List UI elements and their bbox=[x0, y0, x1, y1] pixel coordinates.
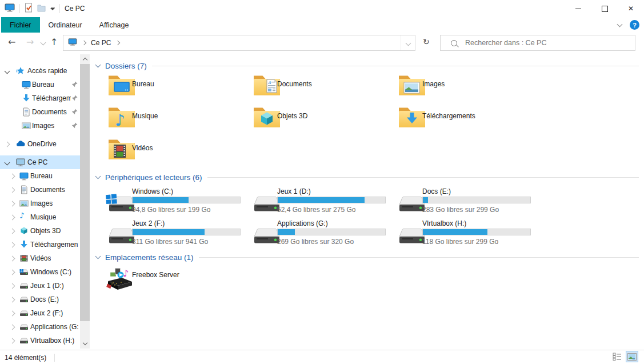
tab-fichier[interactable]: Fichier bbox=[1, 17, 40, 33]
expander-chevron-icon[interactable] bbox=[10, 325, 15, 330]
refresh-button[interactable]: ↻ bbox=[423, 38, 430, 46]
search-box[interactable]: Rechercher dans : Ce PC bbox=[440, 35, 635, 51]
sidebar-item-videos[interactable]: Vidéos bbox=[0, 251, 80, 265]
sidebar-item-musique[interactable]: ♪ Musique bbox=[0, 210, 80, 224]
sidebar-item-documents-qa[interactable]: Documents bbox=[0, 105, 80, 119]
sidebar-item-objets-3d[interactable]: Objets 3D bbox=[0, 224, 80, 238]
drive-free-space: 118 Go libres sur 299 Go bbox=[422, 238, 498, 246]
collapse-chevron-icon[interactable] bbox=[95, 254, 101, 259]
scroll-down-arrow-icon[interactable] bbox=[80, 339, 90, 349]
folder-tile-images[interactable]: Images bbox=[395, 73, 535, 102]
sidebar-item-jeux-2-f[interactable]: Jeux 2 (F:) bbox=[0, 306, 80, 320]
folder-name: Objets 3D bbox=[277, 112, 307, 120]
expander-chevron-icon[interactable] bbox=[10, 229, 15, 234]
folder-tile-documents[interactable]: A Documents bbox=[250, 73, 390, 102]
minimize-button[interactable] bbox=[565, 0, 591, 17]
sidebar-item-documents[interactable]: Documents bbox=[0, 183, 80, 197]
drive-tile-windows-c[interactable]: Windows (C:) 94,8 Go libres sur 199 Go bbox=[105, 186, 245, 215]
back-button[interactable]: ← bbox=[8, 38, 15, 47]
drive-tile-virtualbox-h[interactable]: VIrtualbox (H:) 118 Go libres sur 299 Go bbox=[395, 218, 535, 247]
sidebar-item-docs-e[interactable]: Docs (E:) bbox=[0, 293, 80, 306]
collapse-chevron-icon[interactable] bbox=[95, 62, 101, 68]
disk-usage-bar bbox=[422, 197, 531, 203]
group-header-dossiers[interactable]: Dossiers (7) bbox=[96, 61, 639, 71]
maximize-button[interactable] bbox=[591, 0, 618, 17]
folder-tile-musique[interactable]: ♪ Musique bbox=[105, 105, 245, 134]
sidebar-scrollbar[interactable] bbox=[80, 54, 90, 349]
address-bar[interactable]: Ce PC bbox=[63, 35, 415, 51]
scroll-up-arrow-icon[interactable] bbox=[80, 54, 90, 64]
sidebar-item-applications-g[interactable]: Applications (G:) bbox=[0, 320, 80, 334]
tab-ordinateur[interactable]: Ordinateur bbox=[40, 17, 91, 33]
folder-desktop-icon bbox=[108, 73, 135, 96]
drive-free-space: 283 Go libres sur 299 Go bbox=[422, 206, 499, 214]
group-rule bbox=[207, 177, 639, 178]
expander-chevron-icon[interactable] bbox=[10, 283, 15, 289]
collapse-chevron-icon[interactable] bbox=[95, 174, 101, 179]
up-button[interactable]: ↑ bbox=[50, 38, 58, 47]
properties-button[interactable] bbox=[25, 3, 33, 14]
forward-button[interactable]: → bbox=[26, 38, 34, 47]
folder-name: Vidéos bbox=[132, 144, 153, 152]
disk-usage-fill bbox=[133, 229, 205, 235]
expander-chevron-icon[interactable] bbox=[10, 270, 15, 275]
folder-tile-videos[interactable]: Vidéos bbox=[105, 137, 245, 166]
sidebar-item-images-qa[interactable]: Images bbox=[0, 119, 80, 133]
sidebar-item-virtualbox-h[interactable]: VIrtualbox (H:) bbox=[0, 334, 80, 347]
breadcrumb-item[interactable]: Ce PC bbox=[91, 39, 111, 47]
sidebar-item-telechargements[interactable]: Téléchargements bbox=[0, 238, 80, 251]
sidebar-item-telechargements-qa[interactable]: Téléchargements bbox=[0, 91, 80, 105]
sidebar-item-acces-rapide[interactable]: Accès rapide bbox=[0, 64, 80, 78]
expander-chevron-icon[interactable] bbox=[10, 242, 15, 248]
tab-affichage[interactable]: Affichage bbox=[91, 17, 138, 33]
customize-qat-button[interactable] bbox=[50, 7, 55, 10]
address-dropdown-button[interactable] bbox=[401, 35, 415, 50]
expander-chevron-icon[interactable] bbox=[5, 160, 10, 166]
sidebar-item-onedrive[interactable]: OneDrive bbox=[0, 137, 80, 151]
disk-usage-fill bbox=[278, 229, 295, 235]
help-button[interactable]: ? bbox=[630, 20, 639, 30]
group-header-reseau[interactable]: Emplacements réseau (1) bbox=[96, 252, 639, 262]
folder-tile-bureau[interactable]: Bureau bbox=[105, 73, 245, 102]
divider bbox=[54, 354, 55, 362]
close-button[interactable]: ✕ bbox=[618, 0, 644, 17]
breadcrumb-chevron-icon[interactable] bbox=[82, 41, 86, 45]
folder-download-icon bbox=[398, 105, 426, 128]
sidebar-item-ce-pc[interactable]: Ce PC bbox=[0, 155, 80, 169]
drive-tile-jeux-2-f[interactable]: Jeux 2 (F:) 311 Go libres sur 941 Go bbox=[105, 218, 245, 247]
expander-chevron-icon[interactable] bbox=[10, 201, 15, 207]
sidebar-item-bureau[interactable]: Bureau bbox=[0, 169, 80, 183]
expander-chevron-icon[interactable] bbox=[5, 69, 10, 74]
sidebar-item-label: Vidéos bbox=[30, 254, 51, 262]
expander-chevron-icon[interactable] bbox=[10, 311, 15, 317]
network-tile-freebox-server[interactable]: ♪ Freebox Server bbox=[105, 265, 245, 294]
expand-ribbon-chevron-icon[interactable] bbox=[617, 21, 623, 27]
scrollbar-thumb[interactable] bbox=[80, 64, 90, 321]
thumbnail-view-button[interactable] bbox=[626, 351, 638, 362]
sidebar-item-label: VIrtualbox (H:) bbox=[30, 337, 74, 345]
folder-name: Images bbox=[422, 80, 445, 88]
new-folder-button[interactable] bbox=[37, 3, 46, 14]
expander-chevron-icon[interactable] bbox=[5, 142, 10, 147]
expander-chevron-icon[interactable] bbox=[10, 174, 15, 179]
drive-tile-jeux-1-d[interactable]: Jeux 1 (D:) 52,4 Go libres sur 275 Go bbox=[250, 186, 390, 215]
expander-chevron-icon[interactable] bbox=[10, 297, 15, 303]
details-view-button[interactable] bbox=[611, 351, 623, 362]
sidebar-item-images[interactable]: Images bbox=[0, 197, 80, 210]
breadcrumb-chevron-icon[interactable] bbox=[115, 41, 120, 45]
expander-chevron-icon[interactable] bbox=[10, 338, 15, 344]
folder-tile-telechargements[interactable]: Téléchargements bbox=[395, 105, 535, 134]
close-icon: ✕ bbox=[628, 5, 634, 13]
group-header-peripheriques[interactable]: Périphériques et lecteurs (6) bbox=[96, 172, 639, 182]
sidebar-item-windows-c[interactable]: Windows (C:) bbox=[0, 265, 80, 279]
sidebar-item-bureau-qa[interactable]: Bureau bbox=[0, 78, 80, 91]
drive-tile-applications-g[interactable]: Applications (G:) 269 Go libres sur 320 … bbox=[250, 218, 390, 247]
folder-tile-objets-3d[interactable]: Objets 3D bbox=[250, 105, 390, 134]
sidebar-item-label: Musique bbox=[30, 213, 56, 221]
expander-chevron-icon[interactable] bbox=[10, 215, 15, 221]
recent-locations-chevron-icon[interactable] bbox=[41, 40, 46, 46]
expander-chevron-icon[interactable] bbox=[10, 187, 15, 193]
drive-tile-docs-e[interactable]: Docs (E:) 283 Go libres sur 299 Go bbox=[395, 186, 535, 215]
sidebar-item-jeux-1-d[interactable]: Jeux 1 (D:) bbox=[0, 279, 80, 293]
expander-chevron-icon[interactable] bbox=[10, 256, 15, 262]
